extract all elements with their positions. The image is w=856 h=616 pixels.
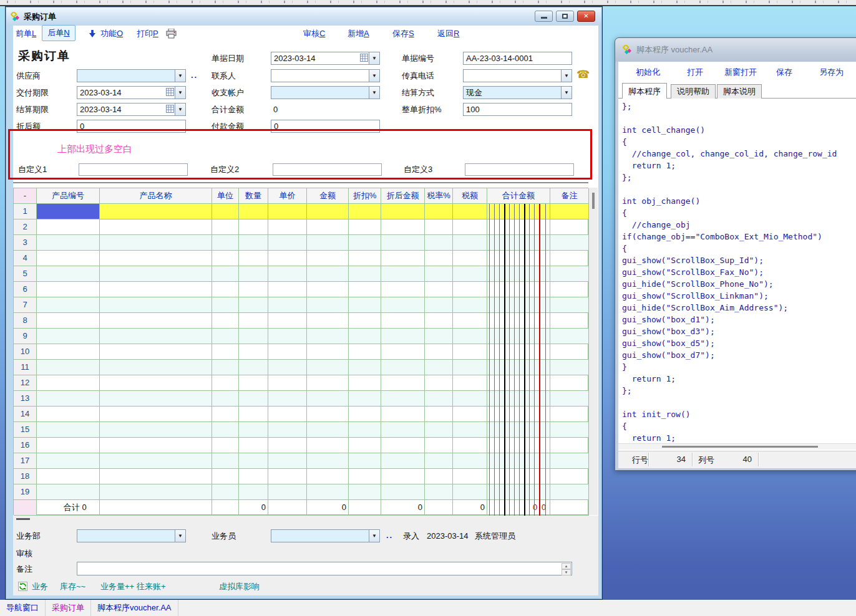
doc-no-input[interactable]: AA-23-03-14-0001	[463, 52, 572, 65]
table-cell[interactable]	[487, 484, 550, 500]
calendar-icon[interactable]	[360, 54, 368, 62]
bottombar-account[interactable]: 往来账+	[137, 580, 166, 593]
table-cell[interactable]	[268, 391, 307, 407]
table-cell[interactable]	[425, 204, 453, 219]
table-cell[interactable]	[239, 407, 268, 422]
table-cell[interactable]	[550, 235, 589, 251]
table-cell[interactable]	[381, 266, 425, 282]
table-cell[interactable]	[100, 375, 212, 391]
table-cell[interactable]	[381, 407, 425, 422]
table-cell[interactable]	[100, 407, 212, 422]
table-cell[interactable]	[487, 500, 550, 516]
table-cell[interactable]	[550, 204, 589, 219]
table-cell[interactable]	[307, 297, 349, 313]
table-cell[interactable]	[37, 375, 100, 391]
table-cell[interactable]	[37, 313, 100, 329]
table-cell[interactable]	[453, 438, 487, 453]
table-cell[interactable]	[453, 329, 487, 344]
row-number[interactable]: 1	[14, 204, 37, 219]
table-cell[interactable]	[239, 266, 268, 282]
dropdown-arrow-icon[interactable]: ▼	[561, 70, 571, 82]
table-cell[interactable]	[487, 438, 550, 453]
table-cell[interactable]	[425, 266, 453, 282]
table-cell[interactable]	[453, 251, 487, 266]
audit-button[interactable]: 审核C	[303, 27, 325, 41]
row-number[interactable]: 13	[14, 391, 37, 407]
header-cell[interactable]: 产品编号	[37, 188, 100, 204]
table-cell[interactable]	[425, 375, 453, 391]
table-cell[interactable]	[550, 219, 589, 235]
splitter-handle[interactable]	[16, 518, 30, 520]
table-cell[interactable]	[100, 266, 212, 282]
table-cell[interactable]	[212, 282, 239, 297]
table-cell[interactable]	[14, 500, 37, 516]
functions-button[interactable]: 功能O	[100, 27, 123, 41]
row-number[interactable]: 18	[14, 469, 37, 484]
table-cell[interactable]	[100, 484, 212, 500]
code-editor[interactable]: }; int cell_change(){ //change_col, chan…	[622, 100, 856, 442]
header-cell[interactable]: 产品名称	[100, 188, 212, 204]
table-cell[interactable]	[212, 500, 239, 516]
table-cell[interactable]	[349, 422, 381, 438]
scrollbar-thumb[interactable]	[592, 193, 595, 209]
prev-doc-button[interactable]: 前单L	[16, 27, 36, 41]
refresh-icon[interactable]	[18, 582, 27, 594]
table-cell[interactable]	[239, 329, 268, 344]
table-cell[interactable]	[381, 282, 425, 297]
row-number[interactable]: 10	[14, 344, 37, 360]
row-number[interactable]: 15	[14, 422, 37, 438]
table-cell[interactable]	[381, 438, 425, 453]
table-cell[interactable]	[349, 438, 381, 453]
header-cell[interactable]: 税额	[453, 188, 487, 204]
table-cell[interactable]	[268, 500, 307, 516]
save-button[interactable]: 保存S	[392, 27, 414, 41]
task-purchase-order[interactable]: 采购订单	[46, 600, 91, 616]
fax-combo[interactable]: ▼	[463, 69, 572, 82]
deliver-date-combo[interactable]: 2023-03-14 ▼	[77, 86, 186, 99]
table-cell[interactable]	[268, 344, 307, 360]
table-cell[interactable]	[239, 219, 268, 235]
table-cell[interactable]	[37, 219, 100, 235]
table-cell[interactable]	[100, 329, 212, 344]
table-cell[interactable]	[550, 391, 589, 407]
back-button[interactable]: 返回R	[437, 27, 459, 41]
supplier-combo[interactable]: ▼	[77, 69, 186, 82]
table-cell[interactable]	[100, 453, 212, 469]
tab-script-description[interactable]: 脚本说明	[717, 84, 762, 99]
contact-combo[interactable]: ▼	[271, 69, 380, 82]
table-cell[interactable]	[349, 282, 381, 297]
table-cell[interactable]	[425, 282, 453, 297]
table-cell[interactable]	[550, 344, 589, 360]
table-cell[interactable]	[212, 344, 239, 360]
table-cell[interactable]	[212, 219, 239, 235]
table-cell[interactable]	[425, 235, 453, 251]
supplier-more-button[interactable]: ..	[191, 70, 198, 80]
table-cell[interactable]	[453, 422, 487, 438]
dept-combo[interactable]: ▼	[77, 529, 186, 542]
table-cell[interactable]	[268, 266, 307, 282]
table-cell[interactable]	[381, 360, 425, 375]
table-cell[interactable]	[239, 391, 268, 407]
table-cell[interactable]	[239, 453, 268, 469]
settle-date-combo[interactable]: 2023-03-14 ▼	[77, 103, 186, 116]
table-cell[interactable]	[550, 313, 589, 329]
table-cell[interactable]	[550, 266, 589, 282]
row-number[interactable]: 7	[14, 297, 37, 313]
table-cell[interactable]	[100, 422, 212, 438]
table-cell[interactable]	[239, 438, 268, 453]
dropdown-arrow-icon[interactable]: ▼	[369, 70, 379, 82]
table-cell[interactable]	[425, 438, 453, 453]
table-cell[interactable]	[487, 235, 550, 251]
table-cell[interactable]	[349, 235, 381, 251]
table-cell[interactable]	[100, 360, 212, 375]
table-cell[interactable]	[100, 219, 212, 235]
table-cell[interactable]	[453, 360, 487, 375]
table-cell[interactable]	[487, 251, 550, 266]
table-cell[interactable]	[381, 375, 425, 391]
script-init-button[interactable]: 初始化	[636, 67, 660, 78]
header-cell[interactable]: 折扣%	[349, 188, 381, 204]
dropdown-arrow-icon[interactable]: ▼	[369, 52, 379, 64]
table-cell[interactable]	[239, 484, 268, 500]
table-cell[interactable]	[381, 219, 425, 235]
table-cell[interactable]	[239, 344, 268, 360]
